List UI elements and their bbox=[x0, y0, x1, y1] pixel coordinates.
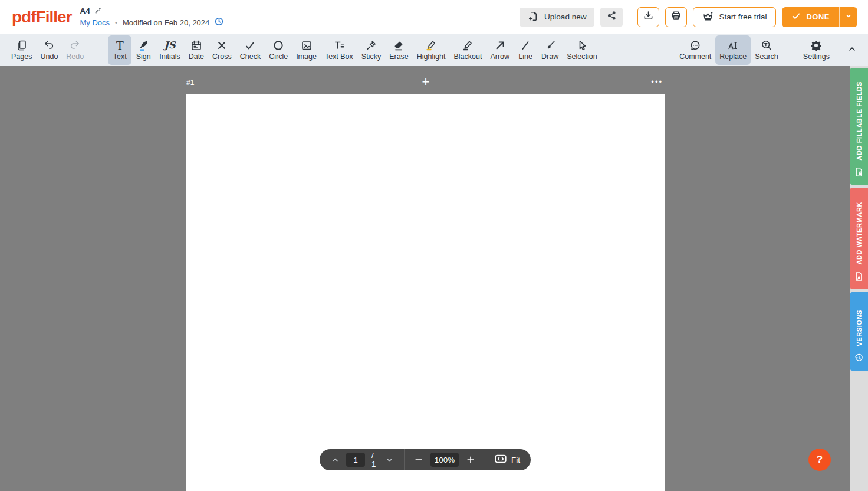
share-button[interactable] bbox=[600, 8, 623, 27]
page-header-row: #1 + ••• bbox=[186, 77, 665, 90]
brush-icon bbox=[544, 39, 556, 51]
calendar-icon bbox=[190, 39, 202, 51]
meta-separator: • bbox=[115, 19, 117, 26]
tool-selection[interactable]: Selection bbox=[563, 35, 601, 65]
chevron-up-icon bbox=[847, 44, 857, 56]
done-button[interactable]: DONE bbox=[782, 7, 857, 27]
page-menu-button[interactable]: ••• bbox=[651, 77, 663, 86]
document-title-block: A4 My Docs • Modified on Feb 20, 2024 bbox=[80, 6, 223, 28]
tool-sticky[interactable]: Sticky bbox=[357, 35, 385, 65]
tool-circle[interactable]: Circle bbox=[265, 35, 292, 65]
upload-new-button[interactable]: Upload new bbox=[520, 8, 594, 27]
initials-icon: JS bbox=[164, 39, 175, 51]
tool-redo: Redo bbox=[62, 35, 88, 65]
tool-initials[interactable]: JS Initials bbox=[155, 35, 184, 65]
crown-icon bbox=[702, 11, 714, 24]
pages-icon bbox=[16, 39, 28, 51]
share-icon bbox=[606, 10, 617, 24]
zoom-level-input[interactable]: 100% bbox=[430, 453, 459, 467]
pdffiller-logo[interactable]: pdfFiller bbox=[12, 8, 71, 27]
tool-text[interactable]: T Text bbox=[108, 35, 131, 65]
tab-versions[interactable]: VERSIONS bbox=[850, 292, 868, 371]
tool-text-box[interactable]: Text Box bbox=[321, 35, 357, 65]
header-actions: Upload new bbox=[520, 7, 857, 27]
clock-icon bbox=[215, 17, 223, 28]
right-rail: ADD FILLABLE FIELDS ADD WATERMARK VERSIO… bbox=[850, 66, 868, 491]
start-free-trial-label: Start free trial bbox=[719, 12, 767, 21]
zoom-in-button[interactable] bbox=[466, 455, 475, 464]
sign-quill-icon bbox=[137, 39, 149, 51]
tool-date[interactable]: Date bbox=[185, 35, 208, 65]
chevron-down-icon bbox=[844, 12, 853, 22]
tool-sign[interactable]: Sign bbox=[131, 35, 155, 65]
doc-lock-icon bbox=[854, 167, 864, 179]
modified-date: Modified on Feb 20, 2024 bbox=[123, 18, 209, 27]
start-free-trial-button[interactable]: Start free trial bbox=[693, 7, 776, 27]
done-menu-button[interactable] bbox=[840, 7, 857, 27]
pdf-page[interactable] bbox=[186, 94, 665, 491]
tool-blackout[interactable]: Blackout bbox=[449, 35, 486, 65]
add-page-button[interactable]: + bbox=[422, 76, 430, 89]
header-divider bbox=[630, 11, 630, 24]
previous-page-button[interactable] bbox=[331, 456, 340, 464]
tool-cross[interactable]: Cross bbox=[208, 35, 236, 65]
fit-width-icon bbox=[495, 454, 507, 465]
search-icon bbox=[761, 39, 772, 51]
tool-settings[interactable]: Settings bbox=[799, 35, 834, 65]
app-header: pdfFiller A4 My Docs • Modified on Feb 2… bbox=[0, 0, 868, 34]
tool-pages[interactable]: Pages bbox=[7, 35, 36, 65]
editor-toolbar: Pages Undo Redo T Text Sign JS Initials … bbox=[0, 34, 868, 66]
tab-add-watermark[interactable]: ADD WATERMARK bbox=[850, 188, 868, 289]
tool-comment[interactable]: Comment bbox=[675, 35, 715, 65]
tool-arrow[interactable]: Arrow bbox=[486, 35, 514, 65]
toolbar-collapse-button[interactable] bbox=[843, 41, 861, 59]
image-icon bbox=[301, 39, 313, 51]
zoom-out-button[interactable] bbox=[414, 455, 423, 464]
circle-icon bbox=[272, 39, 284, 51]
redo-icon bbox=[69, 39, 81, 51]
tab-add-fillable-fields[interactable]: ADD FILLABLE FIELDS bbox=[850, 68, 868, 185]
eraser-icon bbox=[393, 39, 405, 51]
document-canvas: #1 + ••• ADD FILLABLE FIELDS ADD WATERMA… bbox=[0, 66, 868, 491]
arrow-icon bbox=[494, 39, 506, 51]
comment-bubble-icon bbox=[689, 39, 701, 51]
help-button[interactable]: ? bbox=[808, 449, 831, 471]
page-number-label: #1 bbox=[186, 78, 194, 87]
tool-draw[interactable]: Draw bbox=[537, 35, 563, 65]
tool-image[interactable]: Image bbox=[292, 35, 321, 65]
tool-highlight[interactable]: Highlight bbox=[413, 35, 450, 65]
done-check-icon bbox=[791, 11, 801, 22]
tool-check[interactable]: Check bbox=[236, 35, 265, 65]
check-icon bbox=[244, 39, 256, 51]
page-number-input[interactable]: 1 bbox=[346, 453, 365, 467]
my-docs-link[interactable]: My Docs bbox=[80, 18, 110, 27]
done-label: DONE bbox=[806, 12, 830, 21]
blackout-marker-icon bbox=[462, 39, 474, 51]
tool-line[interactable]: Line bbox=[514, 35, 537, 65]
page-navigation-bar: 1 / 1 100% Fit bbox=[320, 449, 531, 470]
replace-text-icon bbox=[727, 39, 739, 51]
fit-label: Fit bbox=[511, 456, 520, 464]
text-box-icon bbox=[333, 39, 345, 51]
download-icon bbox=[643, 10, 654, 24]
next-page-button[interactable] bbox=[385, 456, 394, 464]
pushpin-icon bbox=[365, 39, 377, 51]
history-clock-icon bbox=[854, 353, 864, 365]
tool-replace[interactable]: Replace bbox=[715, 35, 751, 65]
doc-watermark-icon bbox=[854, 271, 864, 284]
highlighter-icon bbox=[425, 39, 437, 51]
print-button[interactable] bbox=[665, 7, 687, 27]
upload-doc-icon bbox=[528, 11, 539, 24]
upload-new-label: Upload new bbox=[544, 12, 586, 21]
page-total-label: / 1 bbox=[371, 451, 379, 469]
tool-search[interactable]: Search bbox=[751, 35, 782, 65]
download-button[interactable] bbox=[637, 7, 659, 27]
tool-undo[interactable]: Undo bbox=[36, 35, 62, 65]
cross-icon bbox=[216, 39, 228, 51]
undo-icon bbox=[43, 39, 55, 51]
tool-erase[interactable]: Erase bbox=[385, 35, 413, 65]
line-icon bbox=[520, 39, 531, 51]
pencil-icon[interactable] bbox=[94, 6, 102, 15]
fit-button[interactable]: Fit bbox=[495, 454, 520, 465]
toolbar-right-group: Comment Replace Search Settings bbox=[675, 35, 861, 65]
